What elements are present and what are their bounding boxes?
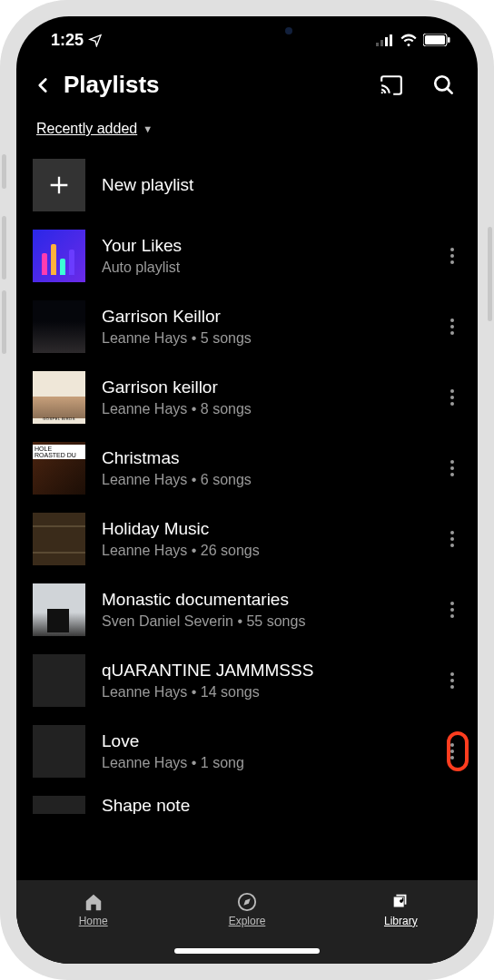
playlist-title: Holiday Music bbox=[102, 519, 423, 540]
screen: 1:25 Playlists bbox=[16, 16, 478, 964]
playlist-subtitle: Sven Daniel Severin • 55 songs bbox=[102, 613, 423, 630]
back-button[interactable] bbox=[29, 72, 56, 99]
notch bbox=[147, 16, 347, 45]
playlist-title: Shape note bbox=[102, 796, 470, 814]
library-icon bbox=[390, 892, 411, 912]
cast-button[interactable] bbox=[378, 72, 405, 99]
more-options-button[interactable] bbox=[440, 379, 465, 416]
playlist-title: qUARANTINE JAMMMSSS bbox=[102, 661, 423, 681]
playlist-subtitle: Auto playlist bbox=[102, 260, 423, 276]
compass-icon bbox=[236, 892, 258, 912]
svg-marker-13 bbox=[243, 898, 250, 905]
svg-rect-1 bbox=[380, 40, 383, 46]
device-frame: 1:25 Playlists bbox=[0, 0, 494, 980]
battery-icon bbox=[423, 34, 450, 46]
power-button bbox=[488, 227, 492, 321]
playlist-thumbnail bbox=[33, 725, 85, 778]
wifi-icon bbox=[400, 34, 418, 46]
cast-icon bbox=[379, 74, 404, 97]
nav-explore[interactable]: Explore bbox=[170, 880, 323, 938]
nav-explore-label: Explore bbox=[229, 915, 266, 927]
more-options-button[interactable] bbox=[440, 592, 465, 628]
playlist-thumbnail bbox=[33, 654, 85, 707]
playlist-thumbnail: GOSPEL BIRDS bbox=[33, 371, 85, 424]
svg-rect-6 bbox=[448, 37, 450, 43]
playlist-thumbnail bbox=[33, 583, 85, 636]
playlist-list: New playlist Your LikesAuto playlistGarr… bbox=[16, 150, 478, 880]
playlist-subtitle: Leanne Hays • 8 songs bbox=[102, 401, 423, 417]
playlist-subtitle: Leanne Hays • 1 song bbox=[102, 755, 423, 771]
playlist-thumbnail bbox=[33, 796, 85, 814]
playlist-subtitle: Leanne Hays • 6 songs bbox=[102, 472, 423, 488]
playlist-row[interactable]: HOLE ROASTED DUChristmasLeanne Hays • 6 … bbox=[33, 433, 470, 504]
more-options-button[interactable] bbox=[440, 450, 465, 486]
home-icon bbox=[83, 892, 104, 912]
playlist-title: Garrison keillor bbox=[102, 377, 423, 398]
more-options-button[interactable] bbox=[440, 662, 465, 699]
playlist-row[interactable]: Your LikesAuto playlist bbox=[33, 220, 470, 291]
playlist-subtitle: Leanne Hays • 26 songs bbox=[102, 543, 423, 559]
svg-point-7 bbox=[381, 92, 383, 93]
playlist-title: Your Likes bbox=[102, 236, 423, 257]
mute-switch bbox=[2, 154, 6, 189]
playlist-subtitle: Leanne Hays • 5 songs bbox=[102, 330, 423, 347]
playlist-row[interactable]: qUARANTINE JAMMMSSSLeanne Hays • 14 song… bbox=[33, 645, 470, 716]
sort-label: Recently added bbox=[36, 121, 137, 137]
playlist-row[interactable]: Holiday MusicLeanne Hays • 26 songs bbox=[33, 504, 470, 574]
playlist-title: Christmas bbox=[102, 448, 423, 469]
search-button[interactable] bbox=[430, 72, 458, 99]
nav-library[interactable]: Library bbox=[324, 880, 478, 938]
more-options-button[interactable] bbox=[440, 521, 465, 557]
new-playlist-label: New playlist bbox=[102, 175, 470, 196]
chevron-left-icon bbox=[31, 74, 54, 97]
playlist-row[interactable]: LoveLeanne Hays • 1 song bbox=[33, 716, 470, 787]
playlist-subtitle: Leanne Hays • 14 songs bbox=[102, 684, 423, 701]
playlist-row[interactable]: Shape note bbox=[33, 787, 470, 814]
playlist-thumbnail bbox=[33, 300, 85, 353]
playlist-thumbnail bbox=[33, 513, 85, 565]
svg-rect-2 bbox=[385, 37, 388, 46]
nav-home[interactable]: Home bbox=[16, 880, 170, 938]
cellular-icon bbox=[376, 34, 394, 46]
location-icon bbox=[88, 33, 103, 47]
playlist-thumbnail bbox=[33, 230, 85, 282]
svg-rect-3 bbox=[390, 34, 392, 46]
page-title: Playlists bbox=[64, 71, 160, 99]
plus-icon bbox=[33, 159, 85, 211]
svg-rect-15 bbox=[402, 897, 403, 901]
playlist-title: Love bbox=[102, 731, 423, 752]
home-indicator[interactable] bbox=[16, 938, 478, 964]
sort-selector[interactable]: Recently added ▼ bbox=[16, 108, 478, 150]
playlist-row[interactable]: GOSPEL BIRDSGarrison keillorLeanne Hays … bbox=[33, 362, 470, 433]
svg-rect-5 bbox=[425, 35, 445, 44]
playlist-title: Monastic documentaries bbox=[102, 590, 423, 611]
svg-line-9 bbox=[447, 88, 451, 93]
playlist-row[interactable]: Monastic documentariesSven Daniel Severi… bbox=[33, 574, 470, 645]
volume-up-button bbox=[2, 216, 6, 279]
nav-library-label: Library bbox=[384, 915, 418, 927]
chevron-down-icon: ▼ bbox=[143, 123, 153, 134]
playlist-thumbnail: HOLE ROASTED DU bbox=[33, 442, 85, 495]
app-header: Playlists bbox=[16, 64, 478, 108]
svg-rect-0 bbox=[376, 43, 379, 46]
playlist-title: Garrison Keillor bbox=[102, 307, 423, 328]
volume-down-button bbox=[2, 290, 6, 354]
playlist-row[interactable]: Garrison KeillorLeanne Hays • 5 songs bbox=[33, 291, 470, 362]
search-icon bbox=[432, 74, 456, 97]
highlight-ring bbox=[447, 731, 469, 771]
bottom-nav: Home Explore Library bbox=[16, 880, 478, 938]
nav-home-label: Home bbox=[79, 915, 108, 927]
more-options-button[interactable] bbox=[440, 309, 465, 345]
new-playlist-button[interactable]: New playlist bbox=[33, 150, 470, 220]
status-time: 1:25 bbox=[51, 31, 84, 50]
more-options-button[interactable] bbox=[440, 238, 465, 274]
